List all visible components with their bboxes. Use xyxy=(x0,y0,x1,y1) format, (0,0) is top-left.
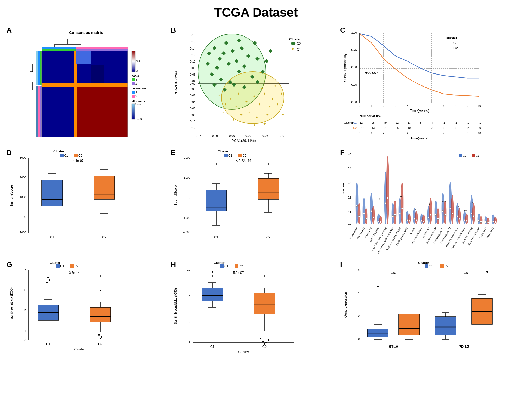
panel-b-svg: Cluster C2 ✦ C1 0.18 0.16 0.14 0.12 0.10… xyxy=(172,27,334,142)
f-y-02: 0.2 xyxy=(348,196,351,199)
b-y-018: 0.18 xyxy=(190,34,195,37)
svg-text:✦: ✦ xyxy=(280,92,283,96)
svg-point-137 xyxy=(459,218,460,220)
svg-text:✦: ✦ xyxy=(242,120,245,125)
f-violin-dc-a: *** xyxy=(463,209,468,224)
i-yaxis-label: Gene expression xyxy=(343,292,347,318)
svg-text:✦: ✦ xyxy=(258,102,261,106)
e-legend-title: Cluster xyxy=(218,150,229,153)
i-btla-label: BTLA xyxy=(388,344,398,349)
b-y-n004: -0.04 xyxy=(189,100,195,103)
e-legend-c1-label: C1 xyxy=(228,154,232,157)
svg-text:Neutrophils: Neutrophils xyxy=(486,227,494,239)
h-c2-outlier-3 xyxy=(265,342,267,343)
d-y-2000: 2000 xyxy=(20,176,26,179)
panel-g-svg: C1 C2 Cluster 7 6 5 4 3 Imatinib sensiti… xyxy=(8,262,151,366)
i-y-6: 6 xyxy=(358,268,360,271)
g-c2-outlier-4 xyxy=(100,338,101,339)
svg-text:✦: ✦ xyxy=(276,102,279,106)
svg-text:✦: ✦ xyxy=(266,113,269,117)
h-legend-c2-label: C2 xyxy=(239,264,243,268)
b-y-n006: -0.06 xyxy=(189,107,195,110)
d-c1-box xyxy=(42,180,63,206)
b-y-014: 0.14 xyxy=(190,47,195,50)
b-x-000: 0.00 xyxy=(245,134,251,137)
b-legend-title: Cluster xyxy=(289,37,301,41)
svg-point-150 xyxy=(480,216,482,224)
silhouette-colorbar xyxy=(132,104,135,119)
e-c2-box xyxy=(258,178,279,199)
panel-i-svg: C1 C2 Cluster 6 4 2 0 Gene expression **… xyxy=(341,262,511,366)
svg-point-118 xyxy=(428,217,429,218)
panel-e-svg: C1 C2 Cluster 2000 1000 0 -1000 -2000 St… xyxy=(172,150,315,254)
f-legend-c2-label: C2 xyxy=(463,154,466,157)
svg-text:Monocytes: Monocytes xyxy=(422,227,430,238)
basis-legend-1 xyxy=(132,78,135,81)
i-y-0: 0 xyxy=(358,337,360,341)
h-legend-title: Cluster xyxy=(214,262,225,265)
heatmap-block-br xyxy=(76,85,128,137)
svg-point-151 xyxy=(478,220,480,222)
panel-a: A Consensus matrix xyxy=(5,25,167,145)
top-basis-1 xyxy=(42,49,76,51)
d-yaxis-label: ImmuneScore xyxy=(9,185,13,206)
consensus-legend-2-label: 2 xyxy=(135,95,137,98)
h-y-n5: -5 xyxy=(188,340,190,343)
h-c2-xlabel: C2 xyxy=(262,345,267,349)
c-nar-c1-1: 95 xyxy=(372,121,375,124)
f-violin-plasma xyxy=(363,198,367,224)
svg-point-123 xyxy=(435,214,437,216)
h-pvalue: 5.2e-07 xyxy=(233,271,244,275)
c-x-3: 3 xyxy=(395,104,396,107)
f-y-01: 0.1 xyxy=(348,211,351,214)
d-y-3000: 3000 xyxy=(20,156,26,159)
i-btla-c2-box xyxy=(399,314,420,335)
c-nar-t5: 5 xyxy=(419,132,420,135)
svg-point-95 xyxy=(394,201,396,224)
c-nar-c2-0: 213 xyxy=(360,126,364,129)
svg-point-86 xyxy=(379,216,382,224)
e-legend-c1-box xyxy=(224,154,228,157)
f-violin-eos xyxy=(485,216,489,224)
consensus-bar-2 xyxy=(38,86,40,137)
h-c1-outlier-1 xyxy=(212,271,213,273)
i-y-2: 2 xyxy=(358,314,360,317)
b-legend-c1-label: C1 xyxy=(297,48,301,52)
d-legend-c1-box xyxy=(60,154,64,157)
svg-text:NK cells: NK cells xyxy=(409,227,416,236)
panel-i: I C1 C2 Cluster 6 4 2 0 Gene expression … xyxy=(339,259,512,369)
svg-text:✦: ✦ xyxy=(271,97,274,101)
g-legend-c1-box xyxy=(56,264,60,268)
g-y-4: 4 xyxy=(24,329,26,332)
svg-point-100 xyxy=(399,213,401,214)
g-y-3: 3 xyxy=(24,338,26,342)
svg-text:***: *** xyxy=(442,200,446,204)
consensus-legend-1-label: 1 xyxy=(135,91,137,94)
hm-detail-1 xyxy=(76,51,91,64)
svg-text:✦: ✦ xyxy=(229,97,232,101)
c-nar-c1-9: 1 xyxy=(467,121,469,124)
f-violin-tcd4-mr xyxy=(384,156,389,224)
svg-point-93 xyxy=(387,197,388,199)
f-yaxis-label: Fraction xyxy=(342,183,345,194)
panel-c: C Cluster C1 C2 1.00 0.75 0.50 0.25 0.00… xyxy=(339,25,512,145)
c-nar-c2-1: 132 xyxy=(372,126,376,129)
f-violin-mphM0 xyxy=(435,201,439,224)
c-nar-c2-4: 10 xyxy=(408,126,411,129)
c-pvalue: p<0.001 xyxy=(365,71,378,75)
d-y-1000: 1000 xyxy=(20,196,26,199)
svg-text:✦: ✦ xyxy=(253,123,256,127)
svg-point-127 xyxy=(442,210,444,212)
svg-point-92 xyxy=(385,202,386,204)
c-nar-c1-2: 49 xyxy=(384,121,387,124)
svg-point-119 xyxy=(430,214,431,216)
c-xaxis-label: Time(years) xyxy=(410,109,429,113)
svg-point-115 xyxy=(423,221,424,222)
svg-point-78 xyxy=(365,208,367,224)
svg-point-91 xyxy=(386,156,389,224)
e-y-n2000: -2000 xyxy=(183,231,190,234)
e-c1-xlabel: C1 xyxy=(214,235,219,239)
c-nar-t0: 0 xyxy=(359,132,360,135)
g-y-5: 5 xyxy=(24,309,26,312)
b-y-n002: -0.02 xyxy=(189,94,195,97)
